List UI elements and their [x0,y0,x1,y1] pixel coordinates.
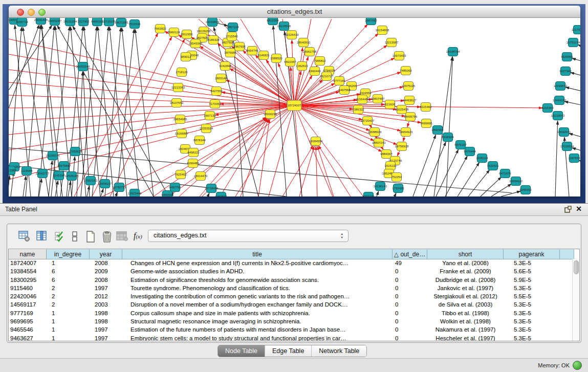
table-body[interactable]: 1872400712008Changes of HCN gene express… [9,259,573,341]
cell-name: 19384554 [10,267,47,275]
table-row[interactable]: 946362711997Embryonic stem cells: a mode… [9,334,573,341]
graph-node-label: 6879197 [454,143,467,146]
graph-node-label: 8813054 [267,19,279,22]
table-row[interactable]: 969969511998Structural magnetic resonanc… [9,317,573,325]
cell-title: Changes of HCN gene expression and I(f) … [130,259,393,267]
graph-node-label: 19654985 [173,118,187,121]
graph-node-label: 9777169 [333,79,345,82]
graph-node-label: 10973493 [393,54,406,57]
network-window-titlebar[interactable]: citations_edges.txt [9,6,580,18]
graph-node-label: 9463627 [215,195,227,196]
column-header-pagerank[interactable]: pagerank [504,249,560,259]
graph-node-label: 19756928 [395,145,409,148]
cell-short: Yano et al. (2008) [427,259,504,267]
graph-node-label: 4498222 [187,151,200,154]
table-selector-dropdown[interactable]: citations_edges.txt ▲▼ [148,230,349,242]
cell-name: 14569117 [10,300,47,309]
graph-node-label: 18300295 [264,113,277,116]
table-settings-icon[interactable] [18,231,31,242]
table-selector-value: citations_edges.txt [154,232,207,239]
graph-node-label: 752254 [391,176,402,179]
graph-node-label: 1615132 [384,164,397,167]
network-graph[interactable]: 1405572405572420691406106532871803130415… [9,18,580,196]
table-row[interactable]: 2242004622012Investigating the contribut… [9,292,573,300]
cell-short: Franke et al. (2009) [427,267,504,275]
function-builder-icon[interactable]: f(x) [134,231,142,240]
application-window: citations_edges.txt 14055724055724206914… [0,0,588,372]
memory-status-indicator[interactable] [573,361,582,370]
cell-name: 9465546 [10,325,47,334]
cell-title: Estimation of the future numbers of pati… [130,325,393,334]
graph-node-label: 1145194 [53,174,66,177]
cell-name: 22420046 [10,292,47,300]
graph-node-label: 2667130 [204,114,216,117]
table-row[interactable]: 1938455462009Genome-wide association stu… [9,267,573,275]
column-header-title[interactable]: title [122,249,393,259]
graph-node-label: 9146821 [257,54,270,57]
cell-pagerank: 5.3E-5 [514,284,560,292]
table-row[interactable]: 946554611997Estimation of the future num… [9,325,573,334]
tab-node-table[interactable]: Node Table [218,345,265,357]
network-desktop: citations_edges.txt 14055724055724206914… [3,4,585,203]
graph-node-label: 9777170 [362,195,375,196]
cell-out_degree: 0 [395,267,427,275]
cell-title: Genome-wide association studies in ADHD. [130,267,393,275]
close-panel-icon[interactable]: ✕ [576,205,582,213]
float-panel-icon[interactable] [564,206,572,213]
cell-in_degree: 2 [52,292,90,300]
column-header-filler[interactable] [560,249,574,259]
table-row[interactable]: 1456911722003Disruption of a novel membe… [9,300,573,309]
cell-short: Hescheler et al. (1997) [427,334,504,341]
tab-edge-table[interactable]: Edge Table [265,345,312,357]
cell-in_degree: 1 [52,309,90,317]
tab-network-table[interactable]: Network Table [312,345,366,357]
graph-node-label: 9227343 [559,70,572,73]
cell-year: 2008 [95,259,122,267]
delete-table-icon[interactable] [101,231,113,243]
column-header-name[interactable]: name [9,249,47,259]
graph-node-label: 10653287 [48,19,62,23]
graph-node-label: 16543362 [189,42,203,45]
cell-pagerank: 5.3E-5 [514,259,560,267]
scrollbar-thumb[interactable] [574,260,579,274]
show-column-icon[interactable] [36,231,48,242]
import-table-icon[interactable] [116,231,128,242]
cell-in_degree: 2 [52,300,90,309]
cell-in_degree: 1 [52,317,90,325]
cell-year: 2008 [95,276,122,284]
network-canvas[interactable]: 1405572405572420691406106532871803130415… [9,18,580,196]
graph-node-label: 3875685 [224,51,236,54]
cell-short: Stergiakouli et al. (2012) [427,292,504,300]
column-header-short[interactable]: short [427,249,504,259]
cell-short: de Silva et al. (2003) [427,300,504,309]
table-row[interactable]: 1830029562008Estimation of significance … [9,276,573,284]
graph-node-label: 14671385 [115,21,128,24]
cell-out_degree: 0 [395,276,427,284]
table-row[interactable]: 911546021997Tourette syndrome. Phenomeno… [9,284,573,292]
cell-year: 1998 [95,309,122,317]
network-view-window: citations_edges.txt 14055724055724206914… [9,6,580,196]
table-header-row[interactable]: namein_degreeyeartitle△ out_de…shortpage… [9,249,579,259]
column-header-year[interactable]: year [90,249,122,259]
graph-node-label: 7663822 [154,27,166,30]
table-row[interactable]: 1872400712008Changes of HCN gene express… [9,259,573,267]
column-header-out_degree[interactable]: △ out_de… [393,249,427,259]
graph-node-label: 16782753 [113,186,126,189]
vertical-scrollbar[interactable] [572,259,579,341]
graph-node-label: 989012 [181,55,191,58]
graph-node-label: 10975887 [57,164,71,167]
graph-node-label: 1362615 [296,64,308,68]
row-height-icon[interactable] [72,231,78,242]
graph-node-label: 18724007 [288,104,301,107]
graph-node-label: 1527602 [77,20,90,23]
select-columns-icon[interactable] [54,231,64,242]
graph-node-label: 16648784 [446,50,460,53]
cell-year: 1997 [95,284,122,292]
graph-node-label: 9699695 [420,122,432,125]
graph-node-label: 14463627 [403,99,417,102]
new-table-icon[interactable] [85,231,96,243]
table-row[interactable]: 977716911998Corpus callosum shape and si… [9,309,573,317]
column-header-in_degree[interactable]: in_degree [47,249,90,259]
graph-node-label: 1115688 [21,169,33,172]
graph-node-label: 2967608 [233,45,246,48]
